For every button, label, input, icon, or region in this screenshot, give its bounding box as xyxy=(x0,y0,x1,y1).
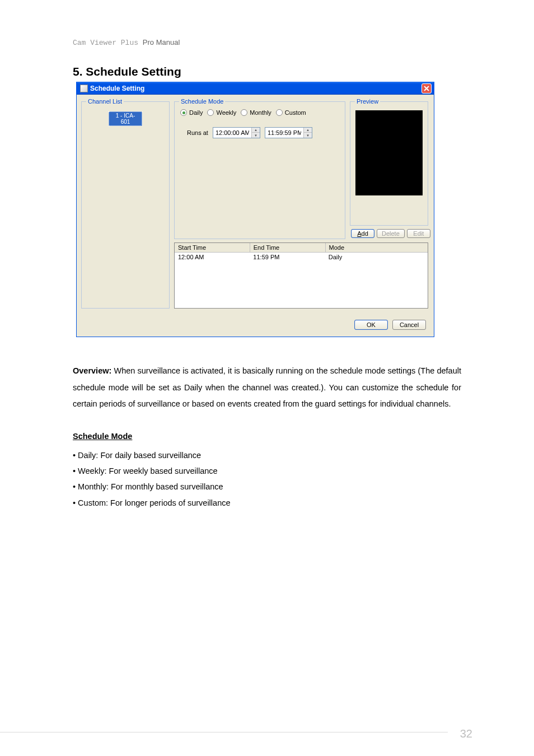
dialog-title: Schedule Setting xyxy=(90,85,144,92)
channel-list-legend: Channel List xyxy=(86,98,124,105)
channel-list-item[interactable]: 1 - ICA-601 xyxy=(109,111,142,126)
bullet-monthly: • Monthly: For monthly based surveillanc… xyxy=(73,479,461,494)
delete-button[interactable]: Delete xyxy=(377,229,405,238)
radio-monthly-label: Monthly xyxy=(250,109,271,116)
spin-down-icon[interactable]: ▼ xyxy=(252,133,260,138)
th-start[interactable]: Start Time xyxy=(175,243,250,252)
bullet-daily: • Daily: For daily based surveillance xyxy=(73,447,461,463)
radio-custom[interactable]: Custom xyxy=(276,109,306,116)
bullet-weekly: • Weekly: For weekly based surveillance xyxy=(73,463,461,479)
overview-label: Overview: xyxy=(73,366,111,375)
schedule-mode-legend: Schedule Mode xyxy=(179,98,225,105)
radio-icon xyxy=(276,109,283,116)
radio-weekly-label: Weekly xyxy=(216,109,236,116)
th-mode[interactable]: Mode xyxy=(326,243,428,252)
schedule-table[interactable]: Start Time End Time Mode 12:00 AM 11:59 … xyxy=(174,242,428,309)
spin-up-icon[interactable]: ▲ xyxy=(252,128,260,133)
spin-down-icon[interactable]: ▼ xyxy=(304,133,312,138)
overview-paragraph: Overview: When surveillance is activated… xyxy=(73,363,461,413)
td-mode: Daily xyxy=(325,253,428,262)
schedule-mode-bullets: • Daily: For daily based surveillance • … xyxy=(73,447,461,511)
header-suffix: Pro Manual xyxy=(143,38,180,46)
schedule-mode-heading: Schedule Mode xyxy=(73,428,461,445)
preview-legend: Preview xyxy=(355,98,380,105)
close-icon xyxy=(424,86,429,91)
page-number: 32 xyxy=(460,727,472,740)
close-button[interactable] xyxy=(421,83,432,94)
dialog-titlebar[interactable]: Schedule Setting xyxy=(77,82,434,95)
radio-icon xyxy=(180,109,187,116)
radio-icon xyxy=(207,109,214,116)
edit-button[interactable]: Edit xyxy=(407,229,430,238)
header-prefix: Cam Viewer Plus xyxy=(73,39,143,47)
radio-monthly[interactable]: Monthly xyxy=(241,109,271,116)
document-body: Overview: When surveillance is activated… xyxy=(73,363,461,511)
td-end: 11:59 PM xyxy=(250,253,325,262)
radio-daily[interactable]: Daily xyxy=(180,109,203,116)
page-header: Cam Viewer Plus Pro Manual xyxy=(73,38,180,47)
schedule-mode-group: Schedule Mode Daily Weekly Monthly Custo… xyxy=(174,98,345,239)
add-button[interactable]: Add xyxy=(351,229,374,238)
th-end[interactable]: End Time xyxy=(250,243,326,252)
radio-weekly[interactable]: Weekly xyxy=(207,109,236,116)
add-label: dd xyxy=(362,230,368,237)
table-row[interactable]: 12:00 AM 11:59 PM Daily xyxy=(175,253,428,262)
section-heading: 5. Schedule Setting xyxy=(73,65,181,78)
bullet-custom: • Custom: For longer periods of surveill… xyxy=(73,495,461,511)
dialog-icon xyxy=(80,85,88,92)
preview-group: Preview xyxy=(350,98,428,226)
time-to-input[interactable] xyxy=(265,129,303,136)
time-from-field[interactable]: ▲▼ xyxy=(213,127,260,138)
footer-divider xyxy=(0,732,448,732)
td-start: 12:00 AM xyxy=(175,253,250,262)
runs-at-label: Runs at xyxy=(187,129,208,136)
spin-up-icon[interactable]: ▲ xyxy=(304,128,312,133)
time-from-spinner[interactable]: ▲▼ xyxy=(251,128,260,138)
time-to-field[interactable]: ▲▼ xyxy=(265,127,312,138)
radio-icon xyxy=(241,109,247,116)
ok-button[interactable]: OK xyxy=(354,320,388,330)
preview-box xyxy=(355,110,423,195)
time-from-input[interactable] xyxy=(213,129,251,136)
radio-daily-label: Daily xyxy=(189,109,203,116)
radio-custom-label: Custom xyxy=(285,109,306,116)
channel-list-group: Channel List 1 - ICA-601 xyxy=(81,98,170,309)
schedule-setting-dialog: Schedule Setting Channel List 1 - ICA-60… xyxy=(76,82,434,337)
overview-text: When surveillance is activated, it is ba… xyxy=(73,366,461,408)
time-to-spinner[interactable]: ▲▼ xyxy=(303,128,312,138)
table-header: Start Time End Time Mode xyxy=(175,243,428,253)
cancel-button[interactable]: Cancel xyxy=(392,320,426,330)
